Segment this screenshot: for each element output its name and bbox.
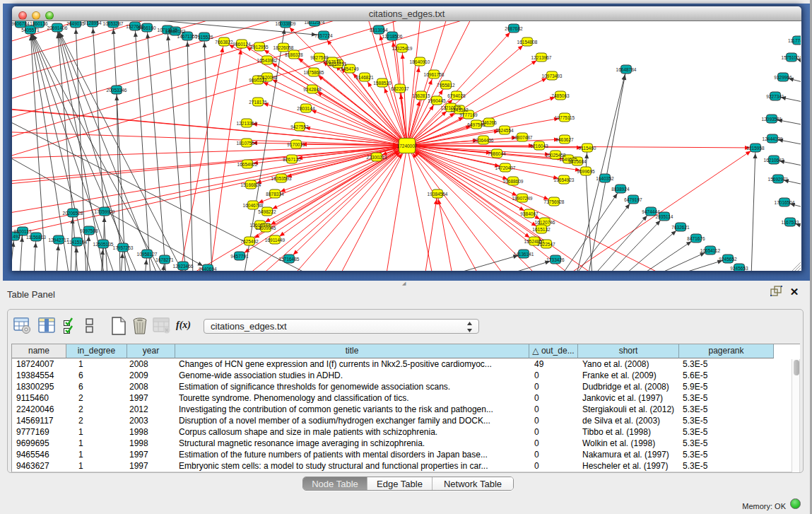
cell-pagerank: 5.3E-5 [683,449,774,460]
cell-name: 18724007 [16,358,66,370]
cell-name: 9777169 [16,426,66,438]
table-row[interactable]: 977716911998Corpus callosum shape and si… [12,426,792,438]
svg-text:7625402: 7625402 [240,239,259,244]
function-builder-icon[interactable]: f(x) [176,320,191,331]
svg-text:12218506: 12218506 [382,34,403,39]
svg-text:14720407: 14720407 [495,165,516,170]
table-selector-dropdown[interactable]: citations_edges.txt [204,319,479,334]
table-row[interactable]: 946362711997Embryonic stem cells: a mode… [12,460,792,472]
column-header-out_de[interactable]: △ out_de... [529,344,578,358]
svg-text:7485063: 7485063 [551,93,570,98]
svg-text:7357224: 7357224 [314,33,333,38]
delete-trash-icon[interactable] [131,317,149,338]
cell-name: 9465546 [16,449,66,460]
svg-text:746266: 746266 [481,120,497,125]
network-graph-canvas[interactable]: 1724000723300213881325184547499146821158… [12,21,801,271]
cell-in_degree: 1 [78,438,127,449]
cell-in_degree: 1 [78,449,127,460]
show-columns-icon[interactable] [38,317,56,337]
svg-text:20053346: 20053346 [107,88,127,93]
svg-text:15751074: 15751074 [782,55,801,60]
svg-text:6822037: 6822037 [391,86,409,91]
svg-text:19775115: 19775115 [555,115,575,120]
column-header-name[interactable]: name [12,344,66,358]
svg-text:12325419: 12325419 [392,46,413,51]
vertical-scrollbar[interactable] [792,359,800,472]
tab-network-table[interactable]: Network Table [432,477,513,490]
svg-text:16543982: 16543982 [257,58,278,63]
svg-text:7632621: 7632621 [671,225,690,230]
svg-text:9474444: 9474444 [642,209,660,214]
close-panel-icon[interactable]: ✕ [789,286,800,297]
table-row[interactable]: 1872400712008Changes of HCN gene express… [12,358,792,370]
table-row[interactable]: 1456911722003Disruption of a novel membe… [12,415,792,426]
cell-short: Yano et al. (2008) [582,358,679,370]
svg-text:16648784: 16648784 [616,67,637,72]
close-traffic-light[interactable] [18,11,27,20]
delete-table-icon-disabled[interactable] [153,317,171,337]
table-row[interactable]: 2242004622012Investigating the contribut… [12,404,792,415]
svg-text:16046788: 16046788 [243,203,264,208]
cell-short: Jankovic et al. (1997) [582,392,679,404]
cell-title: Genome-wide association studies in ADHD. [179,370,529,381]
tab-node-table[interactable]: Node Table [303,477,367,490]
cell-in_degree: 2 [78,392,127,404]
column-header-year[interactable]: year [127,344,175,358]
table-container: f(x) citations_edges.txt namein_degreeye… [7,309,804,473]
dropdown-arrows-icon [466,320,473,333]
new-document-icon[interactable] [110,317,127,338]
column-header-title[interactable]: title [175,344,529,358]
svg-text:18226058: 18226058 [273,45,294,50]
network-window: citations_edges.txt 17240007233002138813… [12,6,801,271]
minimize-traffic-light[interactable] [32,11,40,20]
cell-title: Embryonic stem cells: a model to study s… [179,460,529,472]
svg-text:9606784: 9606784 [12,21,30,26]
svg-text:14860142: 14860142 [165,29,186,34]
svg-text:12505135: 12505135 [93,242,114,247]
svg-text:12213364: 12213364 [237,121,257,126]
table-row[interactable]: 911546021997Tourette syndrome. Phenomeno… [12,392,792,404]
float-panel-icon[interactable] [770,286,782,297]
svg-text:1362815: 1362815 [412,93,430,98]
svg-text:16033809: 16033809 [276,21,296,26]
svg-text:20206528: 20206528 [63,211,83,216]
svg-text:7663822: 7663822 [215,40,233,45]
column-header-in_degree[interactable]: in_degree [66,344,127,358]
svg-text:6794028: 6794028 [447,93,466,98]
svg-text:9128954: 9128954 [83,21,102,25]
column-header-short[interactable]: short [578,344,679,358]
svg-text:7955812: 7955812 [437,83,455,88]
column-header-pagerank[interactable]: pagerank [679,344,774,358]
table-row[interactable]: 1938455462009Genome-wide association stu… [12,370,792,381]
select-rows-icon[interactable] [61,317,79,337]
svg-text:20364436: 20364436 [473,138,494,143]
svg-text:3914927: 3914927 [12,234,23,239]
cell-title: Estimation of significance thresholds fo… [179,381,529,392]
svg-text:19384554: 19384554 [428,192,448,197]
table-row[interactable]: 1830029562008Estimation of significance … [12,381,792,392]
svg-text:9384067: 9384067 [520,211,539,216]
row-height-icon[interactable] [85,317,95,337]
svg-text:16154808: 16154808 [517,40,538,45]
window-titlebar[interactable]: citations_edges.txt [12,6,801,21]
svg-text:1733426: 1733426 [546,257,565,262]
zoom-traffic-light[interactable] [45,11,54,20]
svg-text:9115460: 9115460 [579,146,596,151]
svg-text:10973493: 10973493 [542,74,563,78]
cell-pagerank: 5.3E-5 [683,460,774,472]
cell-pagerank: 5.3E-5 [683,358,774,370]
cell-pagerank: 5.3E-5 [683,415,774,426]
table-row[interactable]: 969969511998Structural magnetic resonanc… [12,438,792,449]
panel-resize-grip[interactable]: ◢ [402,281,408,286]
svg-text:8500113: 8500113 [14,229,32,234]
table-row[interactable]: 946554611997Estimation of the future num… [12,449,792,460]
cell-year: 2009 [129,370,175,381]
svg-text:2803144: 2803144 [297,106,315,111]
cell-year: 2008 [129,358,175,370]
tab-edge-table[interactable]: Edge Table [367,477,432,490]
cell-in_degree: 2 [78,415,127,426]
scrollbar-thumb[interactable] [794,360,799,375]
svg-text:12444139: 12444139 [763,136,783,141]
table-mode-icon[interactable] [13,317,31,337]
svg-text:17957253: 17957253 [113,245,134,250]
